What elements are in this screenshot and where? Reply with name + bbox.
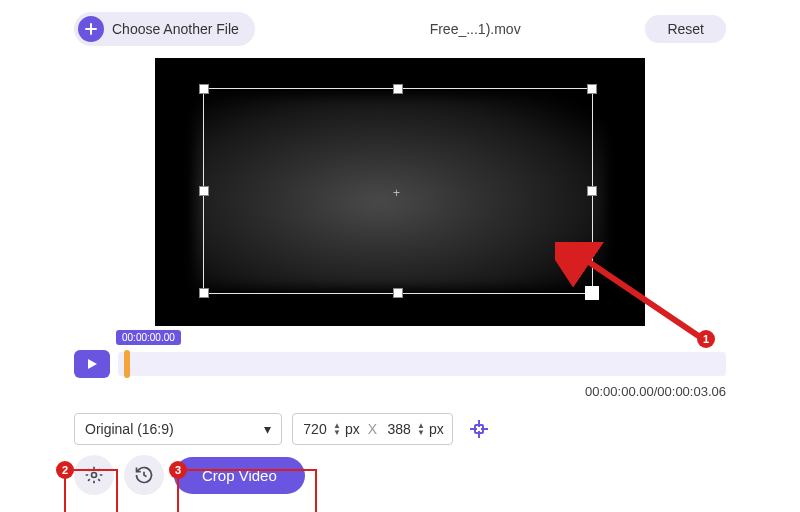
playhead-marker[interactable]	[124, 350, 130, 378]
settings-button[interactable]	[74, 455, 114, 495]
center-crop-icon	[467, 417, 491, 441]
gear-icon	[84, 465, 104, 485]
reset-label: Reset	[667, 21, 704, 37]
timeline-section: 00:00:00.00	[74, 350, 726, 378]
crop-handle-bottom-mid[interactable]	[393, 288, 403, 298]
filename-label: Free_...1).mov	[319, 21, 632, 37]
width-unit: px	[345, 421, 360, 437]
history-button[interactable]	[124, 455, 164, 495]
width-value: 720	[301, 421, 329, 437]
crop-handle-top-mid[interactable]	[393, 84, 403, 94]
svg-point-1	[92, 473, 97, 478]
choose-another-file-button[interactable]: Choose Another File	[74, 12, 255, 46]
video-preview[interactable]: +	[155, 58, 645, 326]
choose-another-file-label: Choose Another File	[112, 21, 239, 37]
height-value: 388	[385, 421, 413, 437]
plus-icon	[78, 16, 104, 42]
aspect-ratio-label: Original (16:9)	[85, 421, 174, 437]
crop-handle-bottom-left[interactable]	[199, 288, 209, 298]
play-icon	[86, 358, 98, 370]
aspect-ratio-select[interactable]: Original (16:9) ▾	[74, 413, 282, 445]
video-frame-content	[195, 96, 605, 288]
center-crop-button[interactable]	[463, 413, 495, 445]
height-stepper[interactable]: ▲▼	[417, 423, 425, 436]
crop-handle-bottom-right[interactable]	[585, 286, 599, 300]
crop-video-button[interactable]: Crop Video	[174, 457, 305, 494]
chevron-down-icon: ▾	[264, 421, 271, 437]
time-readout: 00:00:00.00/00:00:03.06	[0, 384, 726, 399]
playhead-time-tooltip: 00:00:00.00	[116, 330, 181, 345]
dimension-separator: X	[368, 421, 377, 437]
timeline-track[interactable]	[118, 352, 726, 376]
height-unit: px	[429, 421, 444, 437]
crop-handle-top-left[interactable]	[199, 84, 209, 94]
reset-button[interactable]: Reset	[645, 15, 726, 43]
play-button[interactable]	[74, 350, 110, 378]
history-icon	[134, 465, 154, 485]
annotation-badge-1: 1	[697, 330, 715, 348]
dimensions-input-group: 720 ▲▼ px X 388 ▲▼ px	[292, 413, 453, 445]
crop-video-label: Crop Video	[202, 467, 277, 484]
annotation-badge-2: 2	[56, 461, 74, 479]
width-stepper[interactable]: ▲▼	[333, 423, 341, 436]
crop-handle-top-right[interactable]	[587, 84, 597, 94]
